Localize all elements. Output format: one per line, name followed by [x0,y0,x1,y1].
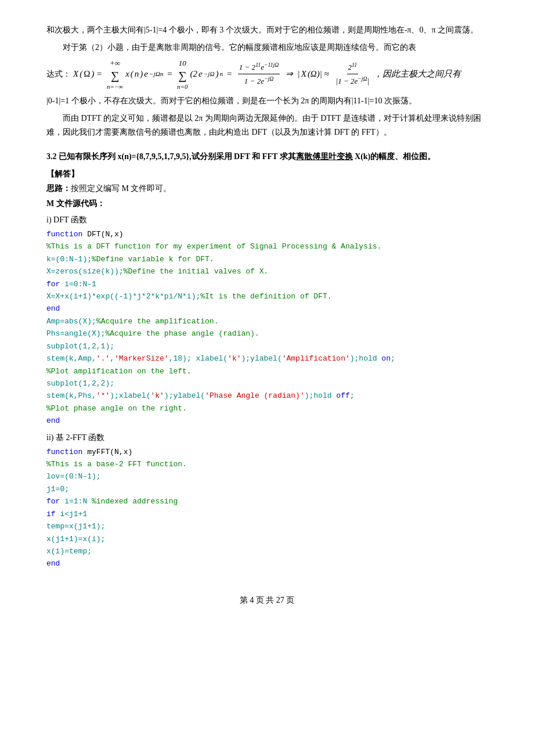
code-line-fft-temp: temp=x(j1+1); [46,520,488,532]
code-line-fft-lov: lov=(0:N-1); [46,470,488,483]
formula-content: X(Ω) = +∞ ∑ n=−∞ x(n)e−jΩn = 10 ∑ n=0 (2… [73,57,461,92]
code-line-comment1: %This is a DFT function for my experimen… [46,240,488,253]
code-line-for1: for i=0:N-1 [46,278,488,290]
code-line-end1: end [46,303,488,315]
code-line-fft-end-if: end [46,557,488,570]
code-line-function-dft: function DFT(N,x) [46,228,488,240]
code-line-fft-if: if i<j1+1 [46,508,488,520]
code-line-comment-phase: %Plot phase angle on the right. [46,402,488,415]
code-line-fft-assign2: x(i)=temp; [46,545,488,557]
code-line-k: k=(0:N-1);%Define variable k for DFT. [46,253,488,265]
code-line-fft-for: for i=1:N %indexed addressing [46,495,488,507]
code-line-sub1: subplot(1,2,1); [46,340,488,352]
code-line-comment-amp: %Plot amplification on the left. [46,365,488,377]
formula-line: 达式： X(Ω) = +∞ ∑ n=−∞ x(n)e−jΩn = 10 ∑ n=… [46,57,488,92]
dft-label: i) DFT 函数 [46,213,488,227]
para1: 和次极大，两个主极大间有|5-1|=4 个极小，即有 3 个次级大。而对于它的相… [46,23,488,37]
code-line-fft-j1: j1=0; [46,483,488,495]
code-line-fft-assign1: x(j1+1)=x(i); [46,533,488,545]
code-fft-block: function myFFT(N,x) %This is a base-2 FF… [46,446,488,570]
code-dft-block: function DFT(N,x) %This is a DFT functio… [46,228,488,427]
formula-label-text: 达式： [46,67,71,81]
code-line-fft-comment1: %This is a base-2 FFT function. [46,458,488,470]
page-footer: 第 4 页 共 27 页 [46,593,488,607]
code-line-inner: X=X+x(i+1)*exp((-1)*j*2*k*pi/N*i);%It is… [46,290,488,303]
fft-label: ii) 基 2-FFT 函数 [46,431,488,445]
code-line-sub2: subplot(1,2,2); [46,377,488,390]
thinking-label: 思路： [46,184,71,193]
thinking-line: 思路：按照定义编写 M 文件即可。 [46,182,488,196]
page-content: 和次极大，两个主极大间有|5-1|=4 个极小，即有 3 个次级大。而对于它的相… [46,23,488,570]
para3: |0-1|=1 个极小，不存在次级大。而对于它的相位频谱，则是在一个长为 2π … [46,94,488,108]
code-line-stem1: stem(k,Amp,'.','MarkerSize',18); xlabel(… [46,352,488,365]
thinking-text: 按照定义编写 M 文件即可。 [71,184,171,193]
code-line-X: X=zeros(size(k));%Define the initial val… [46,265,488,278]
code-line-phs: Phs=angle(X);%Acquire the phase angle (r… [46,327,488,340]
code-line-amp: Amp=abs(X);%Acquire the amplification. [46,315,488,327]
solution-label: 【解答】 [46,167,488,181]
section-3-2-title: 3.2 已知有限长序列 x(n)={8,7,9,5,1,7,9,5},试分别采用… [46,150,488,164]
code-line-stem2: stem(k,Phs,'*');xlabel('k');ylabel('Phas… [46,390,488,402]
para4: 而由 DTFT 的定义可知，频谱都是以 2π 为周期向两边无限延伸的。由于 DT… [46,111,488,139]
code-line-end2: end [46,415,488,427]
code-line-function-fft: function myFFT(N,x) [46,446,488,458]
para2: 对于第（2）小题，由于是离散非周期的信号。它的幅度频谱相应地应该是周期连续信号。… [46,41,488,55]
mfile-label: M 文件源代码： [46,197,488,211]
